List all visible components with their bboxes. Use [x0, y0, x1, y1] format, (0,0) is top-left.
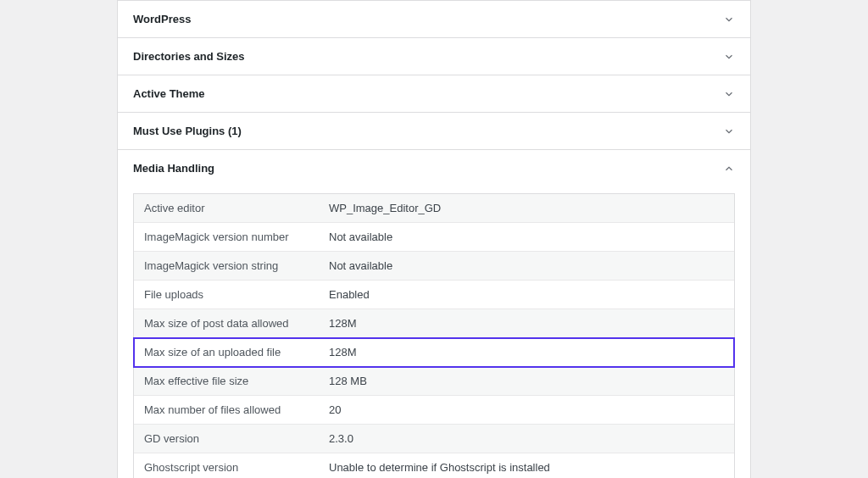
row-label: ImageMagick version number	[134, 223, 319, 251]
table-row: File uploads Enabled	[134, 281, 734, 309]
panel-title: WordPress	[133, 13, 191, 25]
row-value: Enabled	[319, 281, 734, 308]
row-label: Active editor	[134, 194, 319, 222]
row-value: 2.3.0	[319, 425, 734, 453]
row-value: 128M	[319, 338, 734, 366]
panel-directories[interactable]: Directories and Sizes	[117, 38, 751, 75]
panel-header-directories[interactable]: Directories and Sizes	[118, 38, 750, 75]
chevron-down-icon	[723, 125, 735, 137]
panel-header-active-theme[interactable]: Active Theme	[118, 75, 750, 112]
panel-header-media-handling[interactable]: Media Handling	[118, 150, 750, 186]
panel-title: Must Use Plugins (1)	[133, 125, 242, 137]
row-value: WP_Image_Editor_GD	[319, 194, 734, 222]
row-label: ImageMagick version string	[134, 252, 319, 280]
row-label: File uploads	[134, 281, 319, 308]
row-value: Not available	[319, 223, 734, 251]
table-row: ImageMagick version number Not available	[134, 223, 734, 252]
table-row: Max number of files allowed 20	[134, 396, 734, 425]
row-label: Max size of an uploaded file	[134, 338, 319, 366]
panel-wordpress[interactable]: WordPress	[117, 0, 751, 38]
panel-title: Active Theme	[133, 87, 205, 100]
row-value: Unable to determine if Ghostscript is in…	[319, 453, 734, 478]
row-value: 128 MB	[319, 367, 734, 395]
panel-header-wordpress[interactable]: WordPress	[118, 1, 750, 37]
table-row: ImageMagick version string Not available	[134, 252, 734, 281]
row-label: Ghostscript version	[134, 453, 319, 478]
media-handling-table: Active editor WP_Image_Editor_GD ImageMa…	[133, 193, 735, 478]
table-row: GD version 2.3.0	[134, 425, 734, 453]
row-label: GD version	[134, 425, 319, 453]
table-row: Max size of post data allowed 128M	[134, 309, 734, 338]
chevron-down-icon	[723, 88, 735, 100]
row-value: Not available	[319, 252, 734, 280]
panel-must-use-plugins[interactable]: Must Use Plugins (1)	[117, 113, 751, 150]
row-value: 20	[319, 396, 734, 424]
row-label: Max number of files allowed	[134, 396, 319, 424]
panel-active-theme[interactable]: Active Theme	[117, 75, 751, 113]
table-row: Ghostscript version Unable to determine …	[134, 453, 734, 478]
panel-media-handling: Media Handling Active editor WP_Image_Ed…	[117, 150, 751, 478]
row-label: Max size of post data allowed	[134, 309, 319, 337]
table-row: Active editor WP_Image_Editor_GD	[134, 194, 734, 223]
chevron-down-icon	[723, 51, 735, 63]
chevron-down-icon	[723, 14, 735, 25]
panel-body-media-handling: Active editor WP_Image_Editor_GD ImageMa…	[118, 186, 750, 478]
row-label: Max effective file size	[134, 367, 319, 395]
panel-title: Directories and Sizes	[133, 50, 245, 63]
chevron-up-icon	[723, 163, 735, 175]
table-row-highlighted: Max size of an uploaded file 128M	[134, 338, 734, 367]
table-row: Max effective file size 128 MB	[134, 367, 734, 396]
row-value: 128M	[319, 309, 734, 337]
panel-header-must-use-plugins[interactable]: Must Use Plugins (1)	[118, 113, 750, 149]
panel-title: Media Handling	[133, 162, 214, 175]
